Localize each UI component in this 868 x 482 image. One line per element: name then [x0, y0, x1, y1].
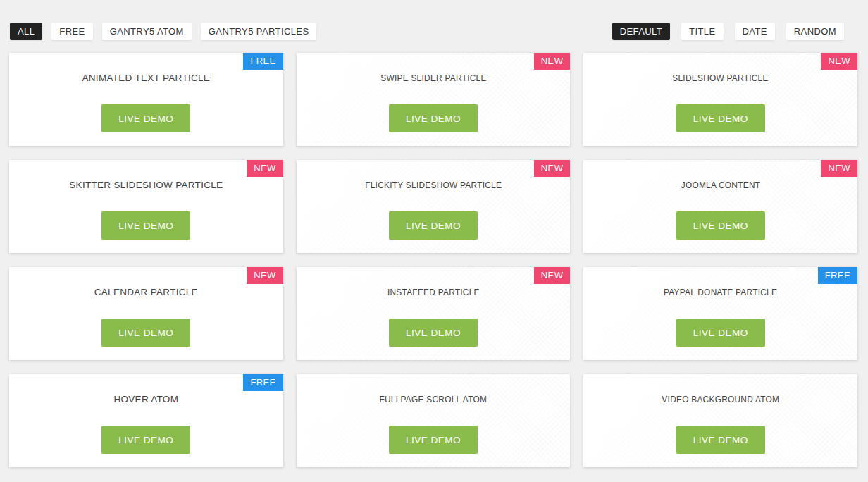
live-demo-button[interactable]: LIVE DEMO: [389, 319, 478, 347]
new-badge: NEW: [821, 53, 857, 70]
sort-group: DEFAULT TITLE DATE RANDOM: [612, 23, 844, 40]
live-demo-button[interactable]: LIVE DEMO: [389, 211, 478, 240]
card-title: SWIPE SLIDER PARTICLE: [380, 73, 486, 84]
card-title: INSTAFEED PARTICLE: [388, 287, 480, 298]
card-flickity-slideshow-particle: NEW FLICKITY SLIDESHOW PARTICLE LIVE DEM…: [297, 160, 571, 253]
card-title: VIDEO BACKGROUND ATOM: [662, 394, 779, 405]
card-instafeed-particle: NEW INSTAFEED PARTICLE LIVE DEMO: [297, 267, 571, 360]
card-paypal-donate-particle: FREE PAYPAL DONATE PARTICLE LIVE DEMO: [583, 267, 857, 360]
live-demo-button[interactable]: LIVE DEMO: [389, 426, 478, 454]
filter-button-gantry5-particles[interactable]: GANTRY5 PARTICLES: [201, 23, 317, 40]
card-title: FLICKITY SLIDESHOW PARTICLE: [365, 180, 502, 191]
toolbar: ALL FREE GANTRY5 ATOM GANTRY5 PARTICLES …: [10, 23, 844, 40]
new-badge: NEW: [247, 160, 283, 177]
live-demo-button[interactable]: LIVE DEMO: [101, 104, 190, 132]
filter-button-all[interactable]: ALL: [10, 23, 42, 40]
card-animated-text-particle: FREE ANIMATED TEXT PARTICLE LIVE DEMO: [9, 53, 283, 146]
card-slideshow-particle: NEW SLIDESHOW PARTICLE LIVE DEMO: [583, 53, 857, 146]
live-demo-button[interactable]: LIVE DEMO: [676, 104, 765, 132]
sort-button-default[interactable]: DEFAULT: [612, 23, 670, 40]
live-demo-button[interactable]: LIVE DEMO: [101, 211, 190, 240]
card-title: PAYPAL DONATE PARTICLE: [664, 287, 777, 298]
filter-button-gantry5-atom[interactable]: GANTRY5 ATOM: [102, 23, 192, 40]
live-demo-button[interactable]: LIVE DEMO: [389, 104, 478, 132]
card-skitter-slideshow-particle: NEW SKITTER SLIDESHOW PARTICLE LIVE DEMO: [9, 160, 283, 253]
new-badge: NEW: [821, 160, 857, 177]
free-badge: FREE: [243, 374, 283, 391]
live-demo-button[interactable]: LIVE DEMO: [101, 426, 190, 454]
card-title: CALENDAR PARTICLE: [94, 287, 198, 298]
free-badge: FREE: [818, 267, 857, 284]
sort-button-title[interactable]: TITLE: [681, 23, 723, 40]
card-hover-atom: FREE HOVER ATOM LIVE DEMO: [9, 374, 283, 467]
live-demo-button[interactable]: LIVE DEMO: [101, 319, 190, 347]
card-title: HOVER ATOM: [113, 394, 178, 405]
card-title: JOOMLA CONTENT: [681, 180, 760, 191]
card-title: FULLPAGE SCROLL ATOM: [380, 394, 488, 405]
live-demo-button[interactable]: LIVE DEMO: [676, 319, 765, 347]
filter-button-free[interactable]: FREE: [51, 23, 92, 40]
card-swipe-slider-particle: NEW SWIPE SLIDER PARTICLE LIVE DEMO: [297, 53, 571, 146]
live-demo-button[interactable]: LIVE DEMO: [676, 211, 765, 240]
filter-group: ALL FREE GANTRY5 ATOM GANTRY5 PARTICLES: [10, 23, 316, 40]
card-fullpage-scroll-atom: FULLPAGE SCROLL ATOM LIVE DEMO: [297, 374, 571, 467]
new-badge: NEW: [247, 267, 283, 284]
card-grid: FREE ANIMATED TEXT PARTICLE LIVE DEMO NE…: [9, 53, 857, 467]
card-title: SKITTER SLIDESHOW PARTICLE: [69, 180, 223, 191]
sort-button-random[interactable]: RANDOM: [786, 23, 844, 40]
card-joomla-content: NEW JOOMLA CONTENT LIVE DEMO: [583, 160, 857, 253]
new-badge: NEW: [534, 267, 571, 284]
card-calendar-particle: NEW CALENDAR PARTICLE LIVE DEMO: [9, 267, 283, 360]
sort-button-date[interactable]: DATE: [735, 23, 775, 40]
card-title: ANIMATED TEXT PARTICLE: [82, 73, 211, 84]
card-title: SLIDESHOW PARTICLE: [672, 73, 768, 84]
new-badge: NEW: [534, 160, 571, 177]
new-badge: NEW: [534, 53, 571, 70]
card-video-background-atom: VIDEO BACKGROUND ATOM LIVE DEMO: [583, 374, 857, 467]
free-badge: FREE: [243, 53, 283, 70]
live-demo-button[interactable]: LIVE DEMO: [676, 426, 765, 454]
